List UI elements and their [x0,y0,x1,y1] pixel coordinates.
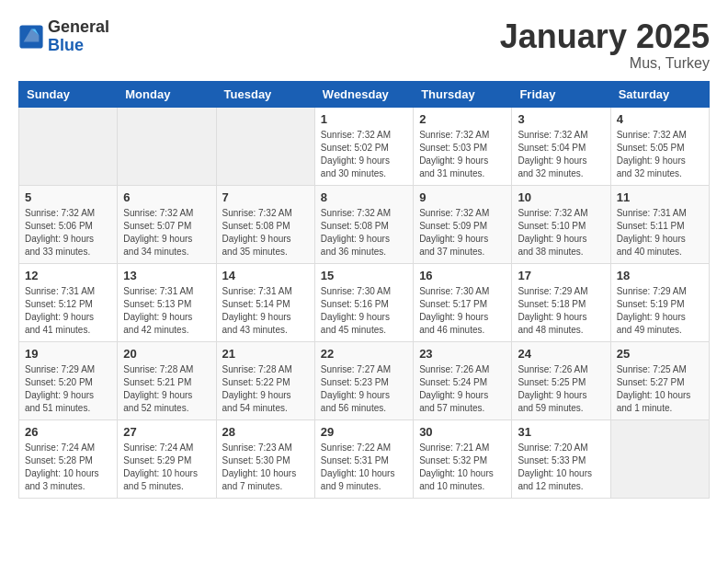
day-number: 22 [321,347,407,361]
day-info: Sunrise: 7:26 AM Sunset: 5:25 PM Dayligh… [518,363,604,415]
day-number: 25 [617,347,703,361]
table-row: 21Sunrise: 7:28 AM Sunset: 5:22 PM Dayli… [216,341,314,419]
table-row: 20Sunrise: 7:28 AM Sunset: 5:21 PM Dayli… [118,341,216,419]
page-header: General Blue January 2025 Mus, Turkey [18,18,710,72]
day-number: 15 [321,269,407,282]
header-tuesday: Tuesday [216,81,314,107]
table-row: 30Sunrise: 7:21 AM Sunset: 5:32 PM Dayli… [414,419,512,498]
day-number: 12 [25,269,111,282]
table-row: 6Sunrise: 7:32 AM Sunset: 5:07 PM Daylig… [118,185,216,263]
header-friday: Friday [512,81,610,107]
table-row: 9Sunrise: 7:32 AM Sunset: 5:09 PM Daylig… [414,185,512,263]
header-saturday: Saturday [610,81,709,107]
day-number: 23 [419,347,506,361]
calendar-table: Sunday Monday Tuesday Wednesday Thursday… [18,81,710,499]
table-row: 4Sunrise: 7:32 AM Sunset: 5:05 PM Daylig… [610,107,709,185]
day-info: Sunrise: 7:28 AM Sunset: 5:22 PM Dayligh… [222,363,309,415]
day-info: Sunrise: 7:30 AM Sunset: 5:16 PM Dayligh… [321,285,407,337]
day-info: Sunrise: 7:27 AM Sunset: 5:23 PM Dayligh… [321,363,407,415]
title-block: January 2025 Mus, Turkey [500,18,710,72]
day-info: Sunrise: 7:32 AM Sunset: 5:06 PM Dayligh… [25,207,111,259]
table-row: 5Sunrise: 7:32 AM Sunset: 5:06 PM Daylig… [19,185,118,263]
day-info: Sunrise: 7:23 AM Sunset: 5:30 PM Dayligh… [222,442,309,493]
table-row: 11Sunrise: 7:31 AM Sunset: 5:11 PM Dayli… [610,185,709,263]
day-number: 13 [123,269,210,282]
day-info: Sunrise: 7:25 AM Sunset: 5:27 PM Dayligh… [617,363,703,415]
day-number: 16 [419,269,506,282]
calendar-week-row: 26Sunrise: 7:24 AM Sunset: 5:28 PM Dayli… [19,419,710,498]
day-info: Sunrise: 7:32 AM Sunset: 5:03 PM Dayligh… [419,129,506,180]
table-row: 27Sunrise: 7:24 AM Sunset: 5:29 PM Dayli… [118,419,216,498]
day-info: Sunrise: 7:24 AM Sunset: 5:29 PM Dayligh… [123,442,210,493]
table-row: 19Sunrise: 7:29 AM Sunset: 5:20 PM Dayli… [19,341,118,419]
table-row: 2Sunrise: 7:32 AM Sunset: 5:03 PM Daylig… [414,107,512,185]
weekday-header-row: Sunday Monday Tuesday Wednesday Thursday… [19,81,710,107]
table-row: 23Sunrise: 7:26 AM Sunset: 5:24 PM Dayli… [414,341,512,419]
header-sunday: Sunday [19,81,118,107]
day-info: Sunrise: 7:29 AM Sunset: 5:18 PM Dayligh… [518,285,604,337]
header-thursday: Thursday [414,81,512,107]
day-info: Sunrise: 7:32 AM Sunset: 5:08 PM Dayligh… [321,207,407,259]
table-row: 22Sunrise: 7:27 AM Sunset: 5:23 PM Dayli… [314,341,413,419]
header-monday: Monday [118,81,216,107]
day-number: 19 [25,347,111,361]
table-row: 12Sunrise: 7:31 AM Sunset: 5:12 PM Dayli… [19,263,118,341]
calendar-week-row: 5Sunrise: 7:32 AM Sunset: 5:06 PM Daylig… [19,185,710,263]
day-info: Sunrise: 7:32 AM Sunset: 5:05 PM Dayligh… [617,129,703,180]
table-row: 29Sunrise: 7:22 AM Sunset: 5:31 PM Dayli… [314,419,413,498]
day-number: 24 [518,347,604,361]
table-row: 15Sunrise: 7:30 AM Sunset: 5:16 PM Dayli… [314,263,413,341]
table-row: 31Sunrise: 7:20 AM Sunset: 5:33 PM Dayli… [512,419,610,498]
day-number: 10 [518,190,604,204]
day-number: 30 [419,425,506,439]
day-info: Sunrise: 7:31 AM Sunset: 5:12 PM Dayligh… [25,285,111,337]
table-row: 17Sunrise: 7:29 AM Sunset: 5:18 PM Dayli… [512,263,610,341]
day-number: 20 [123,347,210,361]
day-number: 28 [222,425,309,439]
day-info: Sunrise: 7:32 AM Sunset: 5:07 PM Dayligh… [123,207,210,259]
table-row: 14Sunrise: 7:31 AM Sunset: 5:14 PM Dayli… [216,263,314,341]
table-row: 10Sunrise: 7:32 AM Sunset: 5:10 PM Dayli… [512,185,610,263]
day-info: Sunrise: 7:26 AM Sunset: 5:24 PM Dayligh… [419,363,506,415]
table-row: 16Sunrise: 7:30 AM Sunset: 5:17 PM Dayli… [414,263,512,341]
table-row: 26Sunrise: 7:24 AM Sunset: 5:28 PM Dayli… [19,419,118,498]
day-info: Sunrise: 7:32 AM Sunset: 5:10 PM Dayligh… [518,207,604,259]
table-row: 1Sunrise: 7:32 AM Sunset: 5:02 PM Daylig… [314,107,413,185]
calendar-subtitle: Mus, Turkey [500,55,710,72]
day-number: 21 [222,347,309,361]
logo-icon [18,24,44,50]
table-row: 13Sunrise: 7:31 AM Sunset: 5:13 PM Dayli… [118,263,216,341]
table-row [216,107,314,185]
day-info: Sunrise: 7:29 AM Sunset: 5:19 PM Dayligh… [617,285,703,337]
day-number: 1 [321,112,407,126]
table-row: 7Sunrise: 7:32 AM Sunset: 5:08 PM Daylig… [216,185,314,263]
day-number: 27 [123,425,210,439]
day-info: Sunrise: 7:29 AM Sunset: 5:20 PM Dayligh… [25,363,111,415]
day-info: Sunrise: 7:21 AM Sunset: 5:32 PM Dayligh… [419,442,506,493]
day-info: Sunrise: 7:30 AM Sunset: 5:17 PM Dayligh… [419,285,506,337]
day-info: Sunrise: 7:32 AM Sunset: 5:02 PM Dayligh… [321,129,407,180]
table-row: 24Sunrise: 7:26 AM Sunset: 5:25 PM Dayli… [512,341,610,419]
table-row: 18Sunrise: 7:29 AM Sunset: 5:19 PM Dayli… [610,263,709,341]
logo: General Blue [18,18,109,55]
header-wednesday: Wednesday [314,81,413,107]
table-row [19,107,118,185]
day-number: 2 [419,112,506,126]
day-number: 31 [518,425,604,439]
day-number: 4 [617,112,703,126]
day-number: 6 [123,190,210,204]
day-info: Sunrise: 7:28 AM Sunset: 5:21 PM Dayligh… [123,363,210,415]
day-number: 17 [518,269,604,282]
logo-general-text: General [48,17,109,36]
table-row: 8Sunrise: 7:32 AM Sunset: 5:08 PM Daylig… [314,185,413,263]
day-info: Sunrise: 7:31 AM Sunset: 5:13 PM Dayligh… [123,285,210,337]
table-row: 28Sunrise: 7:23 AM Sunset: 5:30 PM Dayli… [216,419,314,498]
day-number: 9 [419,190,506,204]
day-number: 7 [222,190,309,204]
table-row: 3Sunrise: 7:32 AM Sunset: 5:04 PM Daylig… [512,107,610,185]
calendar-week-row: 12Sunrise: 7:31 AM Sunset: 5:12 PM Dayli… [19,263,710,341]
day-number: 26 [25,425,111,439]
calendar-week-row: 19Sunrise: 7:29 AM Sunset: 5:20 PM Dayli… [19,341,710,419]
day-number: 18 [617,269,703,282]
day-info: Sunrise: 7:22 AM Sunset: 5:31 PM Dayligh… [321,442,407,493]
